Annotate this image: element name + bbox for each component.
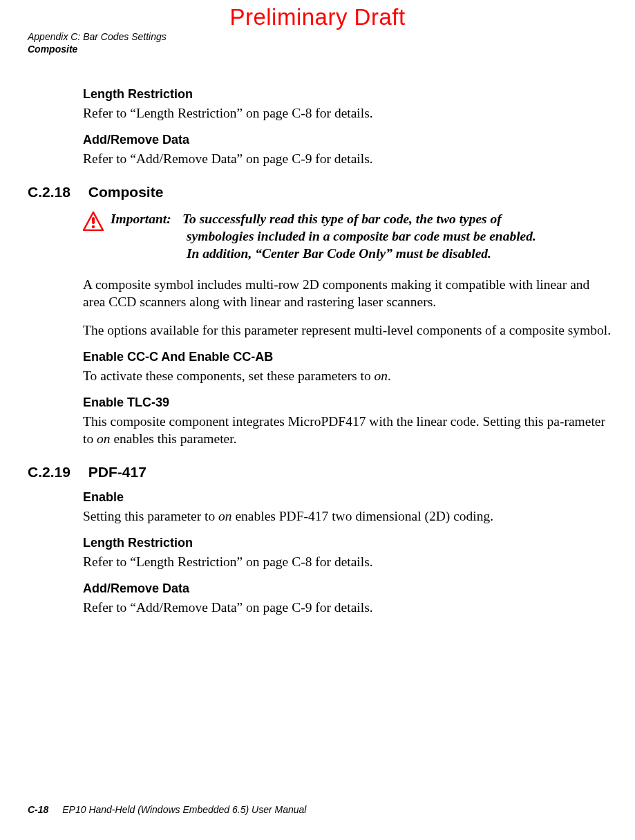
warning-icon — [83, 212, 104, 234]
running-header-line2: Composite — [28, 43, 167, 55]
page: Preliminary Draft Appendix C: Bar Codes … — [0, 0, 635, 840]
footer: C-18 EP10 Hand-Held (Windows Embedded 6.… — [28, 804, 306, 815]
heading-add-remove-data-1: Add/Remove Data — [83, 133, 614, 147]
text-enable-pre: Setting this parameter to — [83, 509, 218, 523]
page-number: C-18 — [28, 804, 48, 815]
paragraph-composite-2: The options available for this parameter… — [83, 321, 614, 339]
heading-enable: Enable — [83, 490, 614, 505]
text-tlc-post: enables this parameter. — [111, 431, 237, 446]
running-header-line1: Appendix C: Bar Codes Settings — [28, 30, 167, 43]
heading-section-composite: C.2.18 Composite — [28, 184, 614, 200]
heading-enable-ccc-ccab: Enable CC-C And Enable CC-AB — [83, 350, 614, 364]
svg-rect-1 — [92, 217, 95, 224]
text-ccc-pre: To activate these components, set these … — [83, 368, 375, 383]
heading-enable-tlc39: Enable TLC-39 — [83, 395, 614, 410]
important-label: Important: — [111, 210, 182, 227]
paragraph-enable-ccc: To activate these components, set these … — [83, 367, 614, 384]
heading-add-remove-data-2: Add/Remove Data — [83, 581, 614, 596]
text-ccc-em: on — [375, 368, 388, 383]
paragraph-add-remove-data-1: Refer to “Add/Remove Data” on page C-9 f… — [83, 150, 614, 167]
content-area: Length Restriction Refer to “Length Rest… — [83, 83, 614, 627]
heading-length-restriction-2: Length Restriction — [83, 536, 614, 550]
important-line1: To successfully read this type of bar co… — [182, 212, 502, 226]
section-title-pdf417: PDF-417 — [88, 464, 146, 480]
paragraph-enable: Setting this parameter to on enables PDF… — [83, 507, 614, 525]
text-ccc-post: . — [388, 368, 391, 383]
section-number-pdf417: C.2.19 — [28, 464, 84, 480]
paragraph-length-restriction-1: Refer to “Length Restriction” on page C-… — [83, 104, 614, 122]
important-callout: Important:To successfully read this type… — [83, 210, 614, 262]
important-text: Important:To successfully read this type… — [111, 210, 536, 262]
important-line2: symbologies included in a composite bar … — [111, 227, 536, 245]
section-number-composite: C.2.18 — [28, 184, 84, 200]
section-title-composite: Composite — [88, 184, 164, 200]
manual-title: EP10 Hand-Held (Windows Embedded 6.5) Us… — [62, 804, 306, 815]
text-enable-em: on — [218, 509, 232, 523]
heading-length-restriction-1: Length Restriction — [83, 87, 614, 102]
watermark-text: Preliminary Draft — [0, 0, 635, 30]
important-line3: In addition, “Center Bar Code Only” must… — [111, 245, 536, 262]
heading-section-pdf417: C.2.19 PDF-417 — [28, 464, 614, 480]
text-enable-post: enables PDF-417 two dimensional (2D) cod… — [232, 509, 494, 523]
paragraph-composite-1: A composite symbol includes multi-row 2D… — [83, 276, 614, 310]
paragraph-enable-tlc39: This composite component integrates Micr… — [83, 413, 614, 447]
running-header: Appendix C: Bar Codes Settings Composite — [28, 30, 167, 55]
text-tlc-em: on — [97, 431, 111, 446]
svg-point-2 — [92, 225, 95, 228]
paragraph-length-restriction-2: Refer to “Length Restriction” on page C-… — [83, 553, 614, 570]
paragraph-add-remove-data-2: Refer to “Add/Remove Data” on page C-9 f… — [83, 599, 614, 616]
